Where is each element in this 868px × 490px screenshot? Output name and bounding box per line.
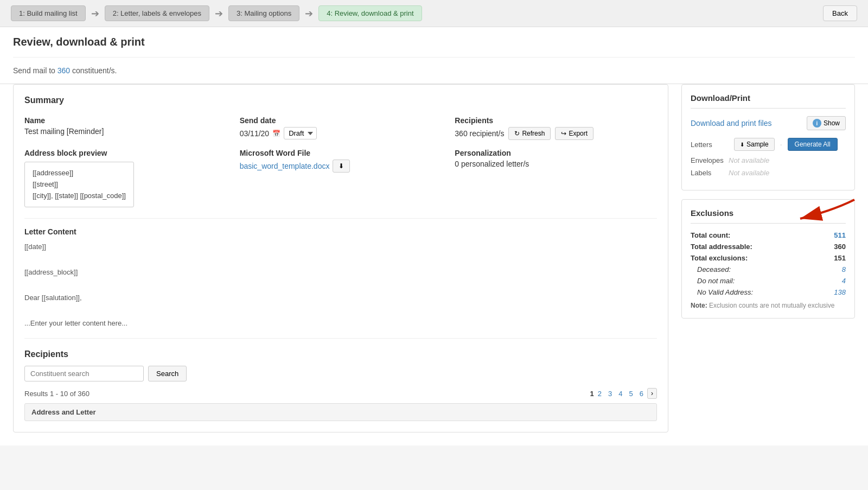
show-button[interactable]: i Show: [807, 116, 846, 130]
step2-badge[interactable]: 2: Letter, labels & envelopes: [105, 5, 209, 21]
letter-content-section: Letter Content [[date]] [[address_block]…: [24, 227, 657, 329]
send-mail-info: Send mail to 360 constituent/s.: [13, 66, 855, 75]
personalization-field: Personalization 0 personalized letter/s: [455, 149, 657, 207]
download-icon: ⬇: [339, 162, 344, 170]
page-3[interactable]: 3: [605, 389, 615, 399]
step1-badge[interactable]: 1: Build mailing list: [11, 5, 86, 21]
address-line-1: [[addressee]]: [33, 168, 126, 179]
letter-line-address-block: [[address_block]]: [24, 266, 657, 278]
summary-panel: Summary Name Test mailing [Reminder] Sen…: [13, 84, 668, 432]
labels-value: Not available: [729, 169, 769, 177]
word-file-row: basic_word_template.docx ⬇: [240, 160, 442, 173]
total-exclusions-row: Total exclusions: 151: [691, 254, 846, 262]
name-label: Name: [24, 116, 227, 125]
export-icon: ↪: [561, 130, 566, 137]
summary-grid: Name Test mailing [Reminder] Send date 0…: [24, 116, 657, 207]
do-not-mail-value[interactable]: 4: [842, 277, 846, 285]
letter-line-date: [[date]]: [24, 240, 657, 253]
page-5[interactable]: 5: [627, 389, 636, 399]
info-icon: i: [813, 119, 821, 128]
recipients-count: 360 recipient/s: [455, 129, 504, 138]
recipients-field: Recipients 360 recipient/s ↻ Refresh ↪ E…: [455, 116, 657, 140]
constituent-count-link[interactable]: 360: [58, 66, 70, 75]
search-input[interactable]: [24, 366, 144, 381]
calendar-icon[interactable]: 📅: [272, 130, 280, 137]
letter-line-salutation: Dear [[salutation]],: [24, 291, 657, 304]
recipients-label: Recipients: [455, 116, 657, 125]
table-header: Address and Letter: [24, 403, 657, 421]
letter-line-content: ...Enter your letter content here...: [24, 317, 657, 329]
address-block-field: Address block preview [[addressee]] [[st…: [24, 149, 227, 207]
content-wrapper: Summary Name Test mailing [Reminder] Sen…: [0, 84, 868, 446]
envelopes-label: Envelopes: [691, 156, 729, 164]
letters-label: Letters: [691, 141, 729, 149]
personalization-value: 0 personalized letter/s: [455, 160, 657, 168]
download-print-title: Download/Print: [691, 93, 846, 109]
refresh-button[interactable]: ↻ Refresh: [508, 127, 551, 140]
page-title: Review, download & print: [13, 36, 855, 48]
search-row: Search: [24, 366, 657, 381]
name-value: Test mailing [Reminder]: [24, 127, 227, 136]
draft-select[interactable]: Draft: [284, 127, 317, 139]
page-4[interactable]: 4: [616, 389, 625, 399]
draft-select-wrapper: Draft: [284, 127, 317, 139]
download-print-section: Download/Print Download and print files …: [681, 84, 855, 190]
deceased-value[interactable]: 8: [842, 265, 846, 273]
labels-label: Labels: [691, 169, 729, 177]
export-button[interactable]: ↪ Export: [555, 127, 593, 140]
address-block-preview: [[addressee]] [[street]] [[city]], [[sta…: [24, 162, 134, 207]
do-not-mail-label: Do not mail:: [697, 277, 735, 285]
page-2[interactable]: 2: [595, 389, 604, 399]
step4-badge[interactable]: 4: Review, download & print: [318, 5, 422, 21]
download-row: Download and print files i Show: [691, 116, 846, 130]
step3-badge[interactable]: 3: Mailing options: [228, 5, 299, 21]
pagination: 1 2 3 4 5 6 ›: [590, 388, 657, 399]
letters-row: Letters ⬇ Sample · Generate All: [691, 138, 846, 151]
total-count-label: Total count:: [691, 231, 730, 239]
summary-title: Summary: [24, 96, 657, 105]
page-6[interactable]: 6: [637, 389, 646, 399]
generate-all-button[interactable]: Generate All: [788, 138, 838, 151]
address-line-2: [[street]]: [33, 179, 126, 190]
sample-button[interactable]: ⬇ Sample: [734, 138, 775, 151]
separator: ·: [780, 140, 782, 149]
letter-content-label: Letter Content: [24, 227, 657, 236]
back-button[interactable]: Back: [823, 5, 857, 21]
word-file-link[interactable]: basic_word_template.docx: [240, 162, 330, 170]
total-count-value[interactable]: 511: [834, 231, 846, 239]
note-bold: Note:: [691, 302, 707, 309]
deceased-row: Deceased: 8: [691, 265, 846, 273]
recipients-section-title: Recipients: [24, 349, 657, 359]
total-exclusions-value: 151: [834, 254, 846, 262]
arrow1: ➔: [91, 8, 99, 20]
results-row: Results 1 - 10 of 360 1 2 3 4 5 6 ›: [24, 388, 657, 399]
recipients-row: 360 recipient/s ↻ Refresh ↪ Export: [455, 127, 657, 140]
date-value: 03/11/20: [240, 129, 270, 138]
sidebar: Download/Print Download and print files …: [681, 84, 855, 319]
search-button[interactable]: Search: [148, 366, 187, 381]
download-small-icon: ⬇: [740, 142, 744, 148]
send-date-label: Send date: [240, 116, 442, 125]
do-not-mail-row: Do not mail: 4: [691, 277, 846, 285]
total-addressable-label: Total addressable:: [691, 243, 752, 251]
date-row: 03/11/20 📅 Draft: [240, 127, 442, 139]
total-count-row: Total count: 511: [691, 231, 846, 239]
download-print-link[interactable]: Download and print files: [691, 119, 771, 128]
download-word-button[interactable]: ⬇: [333, 160, 350, 173]
exclusions-section: Exclusions Total count: 511 Total addres…: [681, 199, 855, 319]
results-text: Results 1 - 10 of 360: [24, 390, 90, 398]
no-valid-address-value[interactable]: 138: [834, 288, 846, 296]
page-header: Review, download & print Send mail to 36…: [0, 27, 868, 84]
name-field: Name Test mailing [Reminder]: [24, 116, 227, 140]
send-date-field: Send date 03/11/20 📅 Draft: [240, 116, 442, 140]
total-exclusions-label: Total exclusions:: [691, 254, 748, 262]
pagination-next[interactable]: ›: [647, 388, 657, 399]
letter-content: [[date]] [[address_block]] Dear [[saluta…: [24, 240, 657, 329]
page-current: 1: [590, 390, 594, 398]
word-file-label: Microsoft Word File: [240, 149, 442, 157]
no-valid-address-row: No Valid Address: 138: [691, 288, 846, 296]
envelopes-value: Not available: [729, 156, 769, 164]
note-text: Exclusion counts are not mutually exclus…: [709, 302, 834, 309]
refresh-icon: ↻: [514, 130, 520, 137]
exclusions-title: Exclusions: [691, 208, 846, 224]
